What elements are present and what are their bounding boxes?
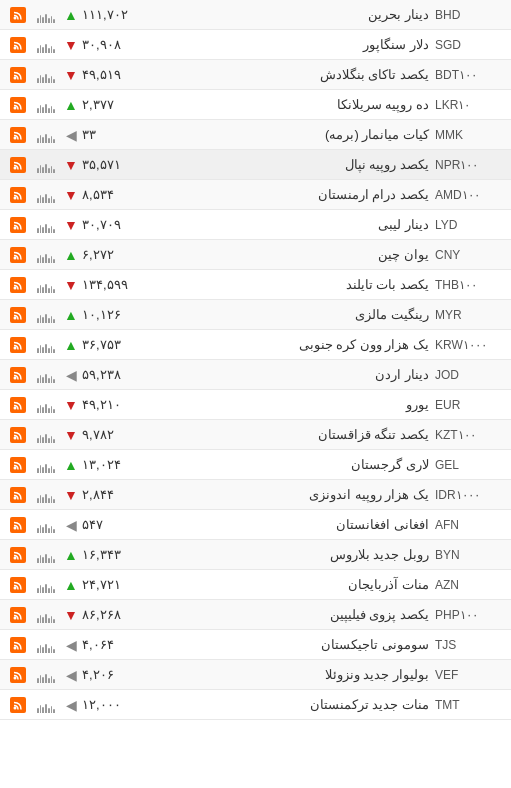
chart-icon[interactable] — [32, 547, 60, 563]
rss-icon[interactable] — [4, 7, 32, 23]
currency-code: GEL — [435, 458, 507, 472]
rss-icon[interactable] — [4, 397, 32, 413]
table-row: AFNافغانی افغانستان۵۴۷◀ — [0, 510, 511, 540]
currency-code: LKR۱۰ — [435, 98, 507, 112]
trend-arrow-icon: ▼ — [60, 278, 82, 292]
currency-name: یکصد پزوی فیلیپین — [172, 607, 435, 622]
chart-icon[interactable] — [32, 337, 60, 353]
chart-icon[interactable] — [32, 517, 60, 533]
chart-icon[interactable] — [32, 697, 60, 713]
trend-arrow-icon: ▼ — [60, 158, 82, 172]
svg-point-3 — [14, 106, 17, 109]
rss-icon[interactable] — [4, 37, 32, 53]
chart-icon[interactable] — [32, 397, 60, 413]
trend-arrow-icon: ▼ — [60, 398, 82, 412]
chart-icon[interactable] — [32, 577, 60, 593]
rss-icon[interactable] — [4, 457, 32, 473]
currency-name: روبل جدید بلاروس — [172, 547, 435, 562]
chart-icon[interactable] — [32, 427, 60, 443]
trend-arrow-icon: ▲ — [60, 308, 82, 322]
rss-icon[interactable] — [4, 277, 32, 293]
trend-arrow-icon: ▼ — [60, 38, 82, 52]
chart-icon[interactable] — [32, 157, 60, 173]
svg-point-1 — [14, 46, 17, 49]
svg-point-17 — [14, 526, 17, 529]
chart-icon[interactable] — [32, 67, 60, 83]
table-row: LKR۱۰ده روپیه سریلانکا۲,۳۷۷▲ — [0, 90, 511, 120]
currency-value: ۵۹,۲۳۸ — [82, 367, 172, 382]
currency-name: افغانی افغانستان — [172, 517, 435, 532]
rss-icon[interactable] — [4, 367, 32, 383]
chart-icon[interactable] — [32, 637, 60, 653]
chart-icon[interactable] — [32, 7, 60, 23]
rss-icon[interactable] — [4, 217, 32, 233]
currency-value: ۳۳ — [82, 127, 172, 142]
svg-point-14 — [14, 436, 17, 439]
svg-point-11 — [14, 346, 17, 349]
chart-icon[interactable] — [32, 457, 60, 473]
svg-point-5 — [14, 166, 17, 169]
currency-name: یکصد تنگه قزاقستان — [172, 427, 435, 442]
rss-icon[interactable] — [4, 697, 32, 713]
chart-icon[interactable] — [32, 607, 60, 623]
table-row: MMKکیات میانمار (برمه)۳۳◀ — [0, 120, 511, 150]
svg-point-2 — [14, 76, 17, 79]
rss-icon[interactable] — [4, 607, 32, 623]
currency-code: KRW۱۰۰۰ — [435, 338, 507, 352]
currency-code: IDR۱۰۰۰ — [435, 488, 507, 502]
rss-icon[interactable] — [4, 247, 32, 263]
rss-icon[interactable] — [4, 487, 32, 503]
currency-name: منات آذربایجان — [172, 577, 435, 592]
chart-icon[interactable] — [32, 127, 60, 143]
chart-icon[interactable] — [32, 667, 60, 683]
svg-point-12 — [14, 376, 17, 379]
chart-icon[interactable] — [32, 187, 60, 203]
chart-icon[interactable] — [32, 37, 60, 53]
table-row: BDT۱۰۰یکصد تاکای بنگلادش۴۹,۵۱۹▼ — [0, 60, 511, 90]
currency-name: ده روپیه سریلانکا — [172, 97, 435, 112]
rss-icon[interactable] — [4, 637, 32, 653]
rss-icon[interactable] — [4, 307, 32, 323]
currency-value: ۹,۷۸۲ — [82, 427, 172, 442]
trend-arrow-icon: ▼ — [60, 488, 82, 502]
table-row: BYNروبل جدید بلاروس۱۶,۳۴۳▲ — [0, 540, 511, 570]
chart-icon[interactable] — [32, 367, 60, 383]
svg-point-20 — [14, 616, 17, 619]
rss-icon[interactable] — [4, 427, 32, 443]
rss-icon[interactable] — [4, 337, 32, 353]
currency-value: ۴۹,۲۱۰ — [82, 397, 172, 412]
rss-icon[interactable] — [4, 547, 32, 563]
rss-icon[interactable] — [4, 517, 32, 533]
currency-code: AMD۱۰۰ — [435, 188, 507, 202]
rss-icon[interactable] — [4, 97, 32, 113]
chart-icon[interactable] — [32, 247, 60, 263]
trend-arrow-icon: ▲ — [60, 248, 82, 262]
currency-name: لاری گرجستان — [172, 457, 435, 472]
rss-icon[interactable] — [4, 157, 32, 173]
rss-icon[interactable] — [4, 667, 32, 683]
currency-code: VEF — [435, 668, 507, 682]
chart-icon[interactable] — [32, 217, 60, 233]
rss-icon[interactable] — [4, 127, 32, 143]
currency-name: کیات میانمار (برمه) — [172, 127, 435, 142]
chart-icon[interactable] — [32, 487, 60, 503]
trend-arrow-icon: ▼ — [60, 218, 82, 232]
chart-icon[interactable] — [32, 307, 60, 323]
trend-arrow-icon: ▲ — [60, 8, 82, 22]
chart-icon[interactable] — [32, 97, 60, 113]
rss-icon[interactable] — [4, 187, 32, 203]
currency-code: TMT — [435, 698, 507, 712]
table-row: GELلاری گرجستان۱۳,۰۲۴▲ — [0, 450, 511, 480]
chart-icon[interactable] — [32, 277, 60, 293]
trend-arrow-icon: ▼ — [60, 188, 82, 202]
currency-value: ۱۱۱,۷۰۲ — [82, 7, 172, 22]
trend-arrow-icon: ◀ — [60, 638, 82, 652]
rss-icon[interactable] — [4, 577, 32, 593]
rss-icon[interactable] — [4, 67, 32, 83]
currency-code: MYR — [435, 308, 507, 322]
trend-arrow-icon: ◀ — [60, 698, 82, 712]
currency-value: ۲۴,۷۲۱ — [82, 577, 172, 592]
currency-value: ۲,۳۷۷ — [82, 97, 172, 112]
currency-code: KZT۱۰۰ — [435, 428, 507, 442]
trend-arrow-icon: ▲ — [60, 578, 82, 592]
